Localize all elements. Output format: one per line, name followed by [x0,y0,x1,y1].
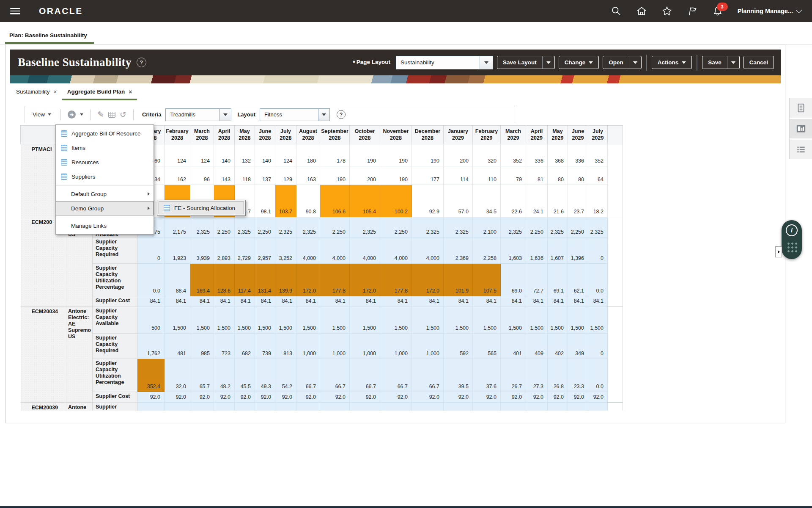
value-cell[interactable]: 177.8 [320,264,350,296]
value-cell[interactable]: 163 [296,166,320,185]
menu-item-resources[interactable]: Resources [56,155,154,169]
value-cell[interactable] [190,403,214,411]
value-cell[interactable]: 66.7 [380,359,412,392]
value-cell[interactable]: 114 [444,166,473,185]
search-icon[interactable] [611,6,622,17]
value-cell[interactable]: 106.6 [320,185,350,217]
value-cell[interactable]: 107.5 [473,264,501,296]
value-cell[interactable]: 84.1 [568,296,588,306]
value-cell[interactable]: 110 [473,166,501,185]
value-cell[interactable]: 2,957 [255,237,275,264]
value-cell[interactable]: 118 [235,166,255,185]
value-cell[interactable]: 92.9 [412,185,444,217]
value-cell[interactable]: 143 [214,166,235,185]
value-cell[interactable] [380,403,412,411]
value-cell[interactable]: 39.5 [444,359,473,392]
value-cell[interactable]: 813 [275,334,296,359]
value-cell[interactable]: 1,762 [137,334,165,359]
value-cell[interactable] [165,403,190,411]
save-dropdown-icon[interactable] [727,56,739,69]
value-cell[interactable]: 49.3 [255,359,275,392]
value-cell[interactable]: 2,175 [165,217,190,237]
panel-expander-arrow[interactable] [775,246,782,257]
value-cell[interactable] [548,403,568,411]
value-cell[interactable]: 84.1 [412,296,444,306]
value-cell[interactable]: 2,325 [235,217,255,237]
value-cell[interactable]: 1,500 [501,306,526,334]
tab-aggregate-build-plan[interactable]: Aggregate Build Plan× [62,88,137,100]
value-cell[interactable]: 4,000 [320,237,350,264]
value-cell[interactable] [473,403,501,411]
value-cell[interactable]: 1,500 [444,306,473,334]
value-cell[interactable] [214,403,235,411]
value-cell[interactable] [444,403,473,411]
value-cell[interactable]: 92.0 [296,392,320,403]
value-cell[interactable]: 1,500 [380,306,412,334]
value-cell[interactable]: 21.6 [548,185,568,217]
value-cell[interactable]: 72.7 [526,264,548,296]
value-cell[interactable]: 723 [214,334,235,359]
value-cell[interactable]: 2,250 [255,217,275,237]
value-cell[interactable]: 352.4 [137,359,165,392]
value-cell[interactable]: 0.0 [588,264,608,296]
value-cell[interactable]: 190 [380,166,412,185]
open-dropdown-icon[interactable] [629,56,641,69]
criteria-value[interactable]: Treadmills [165,108,219,121]
toolbar-help-icon[interactable]: ? [337,110,346,119]
value-cell[interactable]: 92.0 [190,392,214,403]
drill-to-icon[interactable]: ➔ [68,110,76,119]
value-cell[interactable] [320,403,350,411]
value-cell[interactable]: 2,250 [568,217,588,237]
close-tab-icon[interactable]: × [129,89,132,95]
value-cell[interactable]: 2,325 [501,217,526,237]
value-cell[interactable]: 190 [350,144,380,166]
value-cell[interactable]: 0.0 [588,359,608,392]
value-cell[interactable]: 0.0 [137,264,165,296]
value-cell[interactable]: 0 [588,237,608,264]
value-cell[interactable]: 105.4 [350,185,380,217]
value-cell[interactable]: 128.6 [214,264,235,296]
page-layout-dropdown-icon[interactable] [480,56,493,69]
value-cell[interactable]: 84.1 [501,296,526,306]
value-cell[interactable]: 66.7 [412,359,444,392]
value-cell[interactable]: 45.5 [235,359,255,392]
value-cell[interactable]: 84.1 [444,296,473,306]
value-cell[interactable]: 117.4 [235,264,255,296]
value-cell[interactable]: 2,325 [350,217,380,237]
flag-watchlist-icon[interactable] [687,6,698,17]
value-cell[interactable]: 92.0 [255,392,275,403]
value-cell[interactable]: 2,325 [588,217,608,237]
value-cell[interactable]: 682 [235,334,255,359]
value-cell[interactable]: 103.7 [275,185,296,217]
value-cell[interactable]: 92.0 [235,392,255,403]
value-cell[interactable]: 1,000 [350,334,380,359]
value-cell[interactable] [568,403,588,411]
value-cell[interactable]: 84.1 [137,296,165,306]
value-cell[interactable]: 1,500 [214,306,235,334]
value-cell[interactable]: 1,500 [235,306,255,334]
value-cell[interactable]: 177 [412,166,444,185]
value-cell[interactable]: 3,939 [190,237,214,264]
cancel-button[interactable]: Cancel [743,56,774,69]
value-cell[interactable]: 401 [501,334,526,359]
value-cell[interactable]: 92.0 [548,392,568,403]
value-cell[interactable]: 124 [275,144,296,166]
value-cell[interactable]: 2,250 [526,217,548,237]
value-cell[interactable]: 92.0 [412,392,444,403]
value-cell[interactable]: 1,500 [165,306,190,334]
value-cell[interactable]: 336 [526,144,548,166]
dashboard-panel-icon[interactable] [790,119,812,138]
value-cell[interactable]: 1,396 [568,237,588,264]
value-cell[interactable]: 34.5 [473,185,501,217]
value-cell[interactable]: 402 [548,334,568,359]
value-cell[interactable]: 1,607 [548,237,568,264]
layout-select[interactable]: Fitness [260,108,330,121]
value-cell[interactable]: 96 [190,166,214,185]
change-button[interactable]: Change [559,56,599,69]
value-cell[interactable]: 4,000 [350,237,380,264]
value-cell[interactable]: 69.1 [548,264,568,296]
value-cell[interactable]: 1,000 [320,334,350,359]
tab-sustainability[interactable]: Sustainability× [11,88,62,100]
value-cell[interactable]: 69.0 [501,264,526,296]
value-cell[interactable]: 409 [526,334,548,359]
